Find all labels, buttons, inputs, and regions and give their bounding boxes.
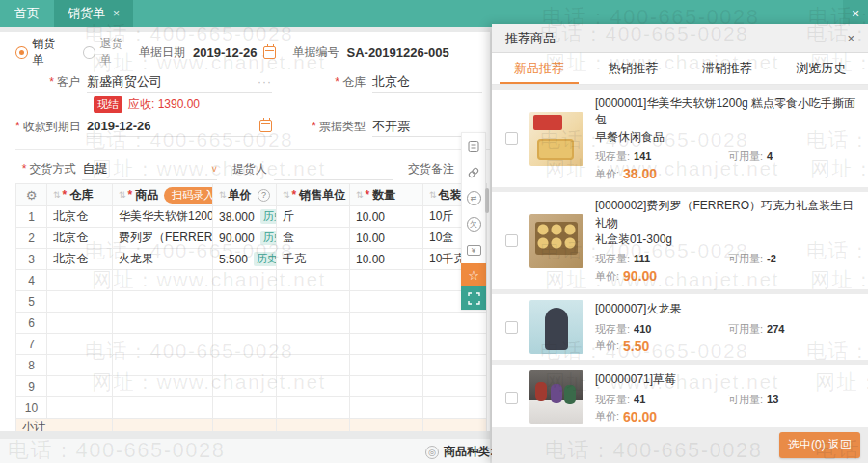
grid-cell[interactable] bbox=[350, 376, 423, 397]
radio-return-order[interactable]: 退货单 bbox=[83, 36, 133, 68]
grid-cell[interactable] bbox=[277, 313, 350, 334]
more-icon[interactable]: ··· bbox=[258, 75, 272, 89]
fullscreen-expand-button[interactable] bbox=[461, 286, 486, 310]
picker-field[interactable] bbox=[274, 159, 393, 180]
grid-cell[interactable] bbox=[213, 355, 277, 376]
sort-icon[interactable]: ⇅ bbox=[429, 190, 437, 200]
table-row[interactable]: 3北京仓火龙果5.500历史千克10.0010千克 bbox=[16, 249, 486, 270]
grid-cell[interactable] bbox=[350, 291, 423, 313]
grid-cell[interactable] bbox=[47, 355, 113, 376]
grid-cell[interactable]: 1 bbox=[16, 206, 47, 228]
help-icon[interactable]: ? bbox=[258, 189, 270, 202]
warehouse-field[interactable]: 北京仓 bbox=[372, 71, 482, 93]
customer-field[interactable]: 新盛商贸公司 ··· bbox=[87, 71, 272, 93]
product-card[interactable]: [0000007]火龙果现存量:410可用量:274单价:5.50 bbox=[492, 294, 868, 360]
link-icon[interactable] bbox=[461, 159, 486, 185]
table-row[interactable]: 9 bbox=[16, 376, 486, 397]
grid-cell[interactable] bbox=[350, 313, 423, 334]
grid-cell[interactable]: 7 bbox=[16, 334, 47, 355]
grid-cell[interactable] bbox=[350, 397, 423, 419]
panel-close-icon[interactable]: × bbox=[847, 31, 854, 45]
grid-cell[interactable] bbox=[423, 313, 486, 334]
table-row[interactable]: 6 bbox=[16, 313, 486, 334]
tab-sales-order[interactable]: 销货单 × bbox=[54, 0, 133, 27]
product-card[interactable]: [0000001]华美华夫软饼1200g 糕点零食小吃手撕面包 早餐休闲食品现存… bbox=[492, 90, 868, 187]
grid-cell[interactable] bbox=[350, 270, 423, 291]
tab-close-icon[interactable]: × bbox=[113, 7, 120, 20]
grid-cell[interactable]: 5 bbox=[16, 291, 47, 313]
product-card[interactable]: [00000071]草莓现存量:41可用量:13单价:60.00 bbox=[492, 365, 868, 427]
tab-home[interactable]: 首页 bbox=[0, 0, 54, 27]
grid-cell[interactable] bbox=[47, 334, 113, 355]
favorite-star-button[interactable]: ☆ bbox=[461, 263, 486, 286]
table-row[interactable]: 4 bbox=[16, 270, 486, 291]
grid-cell[interactable]: 斤 bbox=[277, 206, 350, 228]
grid-cell[interactable]: 北京仓 bbox=[47, 206, 113, 228]
grid-header-cell[interactable]: ⇅销售单位 bbox=[277, 184, 350, 206]
scan-entry-badge[interactable]: 扫码录入 bbox=[164, 187, 213, 204]
grid-cell[interactable] bbox=[113, 313, 213, 334]
product-checkbox[interactable] bbox=[505, 392, 518, 404]
product-checkbox[interactable] bbox=[505, 132, 518, 145]
exchange-icon[interactable]: ⇄ bbox=[461, 185, 486, 211]
sort-icon[interactable]: ⇅ bbox=[219, 190, 227, 200]
table-row[interactable]: 8 bbox=[16, 355, 486, 376]
product-checkbox[interactable] bbox=[505, 321, 518, 334]
grid-cell[interactable]: 90.000历史 bbox=[213, 228, 277, 249]
window-close-icon[interactable]: × bbox=[843, 0, 868, 27]
grid-cell[interactable]: 4 bbox=[16, 270, 47, 291]
grid-cell[interactable] bbox=[277, 270, 350, 291]
grid-cell[interactable]: 华美华夫软饼1200g 糕... bbox=[113, 206, 213, 228]
grid-cell[interactable] bbox=[213, 291, 277, 313]
grid-cell[interactable] bbox=[47, 291, 113, 313]
history-price-badge[interactable]: 历史 bbox=[254, 252, 277, 266]
grid-cell[interactable]: 北京仓 bbox=[47, 228, 113, 249]
grid-header-cell[interactable]: ⇅仓库 bbox=[47, 184, 113, 206]
grid-cell[interactable] bbox=[423, 334, 486, 355]
grid-cell[interactable]: 8 bbox=[16, 355, 47, 376]
grid-cell[interactable]: 千克 bbox=[277, 249, 350, 270]
panel-tab-热销推荐[interactable]: 热销推荐 bbox=[586, 53, 681, 84]
grid-cell[interactable] bbox=[277, 355, 350, 376]
sort-icon[interactable]: ⇅ bbox=[53, 190, 61, 200]
panel-tab-浏览历史[interactable]: 浏览历史 bbox=[774, 53, 868, 84]
grid-cell[interactable] bbox=[350, 334, 423, 355]
grid-cell[interactable]: 2 bbox=[16, 228, 47, 249]
grid-cell[interactable] bbox=[113, 376, 213, 397]
grid-cell[interactable] bbox=[47, 397, 113, 419]
table-row[interactable]: 1北京仓华美华夫软饼1200g 糕...38.000历史斤10.0010斤 bbox=[16, 206, 486, 228]
grid-cell[interactable]: 6 bbox=[16, 313, 47, 334]
grid-cell[interactable] bbox=[423, 397, 486, 419]
calendar-icon[interactable] bbox=[263, 46, 276, 59]
grid-cell[interactable]: 费列罗（FERRERO）巧... bbox=[113, 228, 213, 249]
grid-cell[interactable]: 10.00 bbox=[350, 206, 423, 228]
grid-cell[interactable] bbox=[47, 313, 113, 334]
grid-cell[interactable] bbox=[113, 334, 213, 355]
grid-cell[interactable] bbox=[277, 291, 350, 313]
grid-cell[interactable] bbox=[350, 355, 423, 376]
grid-cell[interactable]: 盒 bbox=[277, 228, 350, 249]
grid-cell[interactable]: 10 bbox=[16, 397, 47, 419]
table-row[interactable]: 5 bbox=[16, 291, 486, 313]
grid-cell[interactable] bbox=[277, 397, 350, 419]
date-value[interactable]: 2019-12-26 bbox=[193, 45, 258, 60]
grid-cell[interactable] bbox=[213, 397, 277, 419]
delivery-method-field[interactable]: 自提 ˅ bbox=[82, 159, 217, 180]
history-price-badge[interactable]: 历史 bbox=[260, 231, 277, 245]
sort-icon[interactable]: ⇅ bbox=[356, 190, 364, 200]
radio-sales-order[interactable]: 销货单 bbox=[15, 36, 66, 68]
select-return-button[interactable]: 选中(0) 返回 bbox=[779, 432, 860, 458]
grid-cell[interactable] bbox=[113, 397, 213, 419]
grid-cell[interactable] bbox=[113, 291, 213, 313]
grid-header-cell[interactable]: ⇅数量 bbox=[350, 184, 423, 206]
grid-header-cell[interactable]: ⇅商品扫码录入 bbox=[113, 184, 213, 206]
grid-cell[interactable] bbox=[47, 270, 113, 291]
grid-cell[interactable]: 9 bbox=[16, 376, 47, 397]
product-card[interactable]: [0000002]费列罗（FERRERO）巧克力礼盒装生日礼物 礼盒装01-30… bbox=[492, 192, 868, 289]
panel-tab-滞销推荐[interactable]: 滞销推荐 bbox=[680, 53, 774, 84]
grid-cell[interactable]: 5.500历史 bbox=[213, 249, 277, 270]
debt-icon[interactable]: 欠 bbox=[461, 211, 486, 237]
note-icon[interactable] bbox=[461, 133, 486, 159]
grid-header-cell[interactable]: ⇅单价? bbox=[213, 184, 277, 206]
grid-cell[interactable] bbox=[213, 313, 277, 334]
